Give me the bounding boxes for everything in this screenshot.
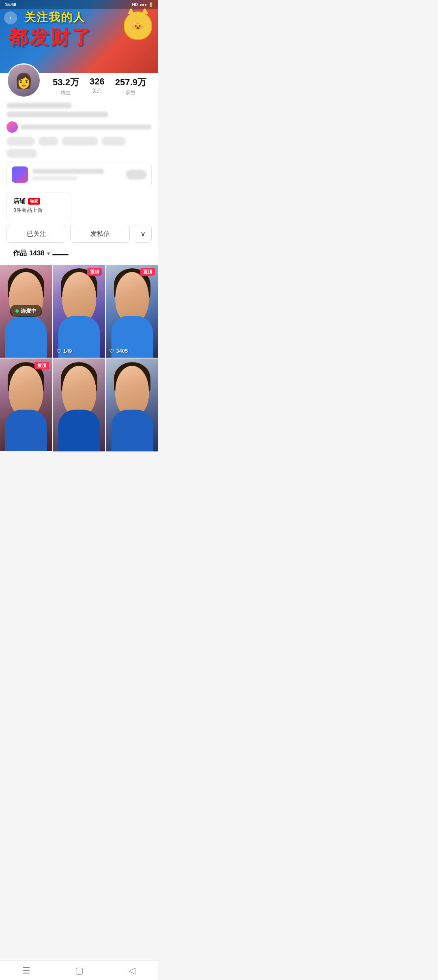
video-grid: 连麦中 置顶 ♡ 149 置顶 ♡ 3405 置顶 [0, 265, 158, 451]
video-cell-6[interactable] [106, 358, 158, 451]
live-badge-inner: 连麦中 [10, 305, 42, 317]
heart-icon-3: ♡ [109, 348, 114, 354]
linked-text-line2 [32, 176, 77, 180]
store-header: 店铺 独家 [13, 197, 64, 205]
live-label: 连麦中 [21, 307, 36, 315]
linked-right-blur [126, 170, 146, 179]
works-tab[interactable]: 作品 1438 ▾ [6, 243, 152, 258]
cat-decoration: 😺 [124, 11, 154, 42]
live-badge: 连麦中 [2, 305, 49, 317]
store-card[interactable]: 店铺 独家 3件商品上新 [6, 192, 71, 219]
live-dot [15, 309, 19, 313]
works-label: 作品 [13, 248, 27, 258]
stats-row: 53.2万 粉丝 326 关注 257.9万 获赞 [47, 76, 152, 98]
heart-icon-2: ♡ [56, 348, 62, 354]
tag-blur-4 [101, 137, 126, 146]
following-count: 326 [90, 76, 105, 87]
status-bar: 15:66 HD ●●● 🔋 [0, 0, 158, 9]
likes-count: 257.9万 [115, 76, 146, 89]
profile-section: 👩 53.2万 粉丝 326 关注 257.9万 获赞 [0, 73, 158, 265]
like-count-3: ♡ 3405 [109, 348, 128, 354]
store-subtitle: 3件商品上新 [13, 207, 64, 214]
works-arrow: ▾ [47, 250, 50, 257]
status-icons: HD ●●● 🔋 [132, 2, 153, 7]
video-cell-5[interactable] [53, 358, 105, 451]
followers-label: 粉丝 [53, 89, 79, 96]
tags-row [6, 137, 152, 158]
following-label: 关注 [90, 88, 105, 95]
linked-text [32, 169, 122, 180]
followers-count: 53.2万 [53, 76, 79, 89]
stat-following[interactable]: 326 关注 [90, 76, 105, 96]
tag-blur-3 [62, 137, 98, 146]
pin-badge-3: 置顶 [140, 268, 155, 276]
tag-blur-5 [6, 149, 37, 158]
message-button[interactable]: 发私信 [70, 225, 130, 243]
linked-icon [12, 166, 28, 183]
stat-likes[interactable]: 257.9万 获赞 [115, 76, 146, 96]
tag-blur-1 [6, 137, 35, 146]
linked-right [126, 170, 146, 179]
avatar: 👩 [6, 63, 41, 98]
tab-underline [52, 254, 69, 255]
likes-label: 获赞 [115, 89, 146, 96]
platform-text-blurred [20, 125, 152, 130]
action-row: 已关注 发私信 ∨ [6, 225, 152, 243]
banner-text-main: 都发财了 [8, 24, 92, 50]
video-cell-4[interactable]: 置顶 [0, 358, 52, 451]
follow-button[interactable]: 已关注 [6, 225, 66, 243]
video-cell-3[interactable]: 置顶 ♡ 3405 [106, 265, 158, 358]
banner-text-top: 关注我的人 [24, 10, 85, 25]
store-title: 店铺 [13, 197, 26, 205]
tag-blur-2 [38, 137, 58, 146]
more-button[interactable]: ∨ [134, 225, 152, 243]
linked-text-line1 [32, 169, 104, 174]
linked-card[interactable] [6, 162, 152, 187]
user-info-blurred [6, 103, 152, 117]
status-time: 15:66 [5, 2, 16, 7]
platform-icon [6, 121, 18, 133]
pin-badge-2: 置顶 [87, 268, 102, 276]
video-cell-live[interactable]: 连麦中 [0, 265, 52, 358]
works-count: 1438 [29, 249, 45, 257]
pin-badge-4: 置顶 [34, 362, 49, 369]
stat-followers[interactable]: 53.2万 粉丝 [53, 76, 79, 96]
banner: ‹ 关注我的人 都发财了 😺 [0, 0, 158, 73]
like-count-2: ♡ 149 [56, 348, 72, 354]
store-badge: 独家 [28, 198, 40, 205]
back-button[interactable]: ‹ [4, 11, 17, 24]
video-cell-2[interactable]: 置顶 ♡ 149 [53, 265, 105, 358]
icon-row [6, 121, 152, 133]
